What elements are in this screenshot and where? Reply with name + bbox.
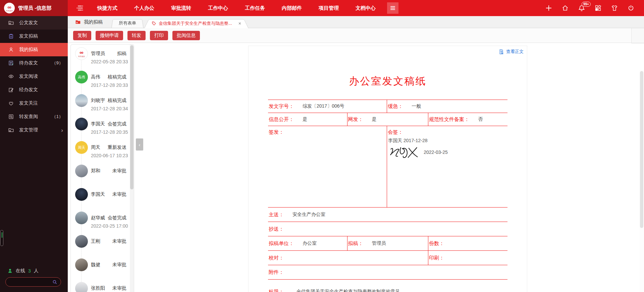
search-doc-icon bbox=[8, 114, 14, 120]
timeline-item[interactable]: 魏健未审批 bbox=[71, 256, 134, 279]
sidebar-item-dispatch-follow[interactable]: 发文关注 bbox=[0, 97, 68, 110]
draft-unit-value: 办公室 bbox=[303, 240, 317, 246]
row-doc-number: 发文字号： 综发〔2017〕006号 缓急： 一般 bbox=[268, 100, 507, 113]
timeline-item[interactable]: 李国天未审批 bbox=[71, 185, 134, 209]
notifications-bell-icon[interactable]: 99+ bbox=[578, 4, 585, 12]
more-menus-button[interactable] bbox=[387, 2, 398, 14]
home-icon[interactable] bbox=[561, 4, 569, 12]
theme-shirt-icon[interactable] bbox=[611, 4, 618, 12]
field-label: 标题： bbox=[269, 289, 284, 292]
timeline-item[interactable]: 周天 周天重新发送 2020-06-17 10:23 bbox=[71, 138, 134, 162]
sidebar-item-label: 发文关注 bbox=[19, 100, 38, 106]
sidebar-item-label: 我的拟稿 bbox=[19, 47, 38, 53]
field-label: 拟稿单位： bbox=[269, 240, 294, 247]
tab-current-document[interactable]: 金信集团关于安全生产检查与隐患整... × bbox=[144, 18, 249, 28]
step-status: 未审批 bbox=[112, 262, 126, 268]
avatar: 高伟 bbox=[75, 71, 88, 83]
user-icon bbox=[8, 47, 14, 53]
main-panel: ∞ 华天动力 管理员拟稿 2022-05-28 20:33 高伟 高伟核稿完成 … bbox=[68, 43, 644, 292]
sidebar-item-draft-dispatch[interactable]: 发文拟稿 bbox=[0, 30, 68, 43]
avatar-photo bbox=[75, 212, 88, 224]
timeline-item[interactable]: ∞ 华天动力 管理员拟稿 2022-05-28 20:33 bbox=[71, 45, 134, 68]
timeline-scroll-thumb[interactable] bbox=[130, 45, 133, 189]
step-timestamp: 2017-12-28 20:35 bbox=[91, 129, 126, 135]
red-folder-icon bbox=[75, 19, 81, 25]
nav-work-tasks[interactable]: 工作任务 bbox=[245, 5, 265, 11]
page-scrollbar[interactable] bbox=[639, 70, 644, 292]
close-tab-icon[interactable]: × bbox=[238, 21, 241, 26]
logout-power-icon[interactable] bbox=[627, 4, 635, 12]
brand: ∞ 华天动力 管理员 -信息部 bbox=[0, 0, 68, 16]
timeline-item[interactable]: 张胜阳未审批 bbox=[71, 279, 134, 292]
document-subject-value: 金信集团关于安全生产检查与隐患整改制度的意见 bbox=[297, 289, 400, 292]
sidebar-item-label: 转发查阅 bbox=[19, 114, 38, 120]
document-form: 发文字号： 综发〔2017〕006号 缓急： 一般 信息公开： 是 网发： bbox=[268, 100, 507, 292]
step-timestamp: 2020-06-17 10:23 bbox=[91, 153, 126, 158]
topbar-actions: 99+ bbox=[545, 4, 644, 12]
sidebar-item-my-drafts[interactable]: 我的拟稿 bbox=[0, 43, 68, 56]
heart-icon bbox=[8, 100, 14, 106]
withdraw-request-button[interactable]: 撤销申请 bbox=[96, 31, 123, 40]
copy-button[interactable]: 复制 bbox=[73, 31, 91, 40]
field-label: 校对： bbox=[269, 255, 284, 261]
person-name: 刘晓宇 bbox=[91, 98, 105, 104]
person-name: 赵华威 bbox=[91, 215, 105, 221]
page-scroll-thumb[interactable] bbox=[640, 71, 643, 228]
drafter-value: 管理员 bbox=[372, 240, 386, 246]
nav-internal-mail[interactable]: 内部邮件 bbox=[282, 5, 302, 11]
field-label: 缓急： bbox=[388, 103, 403, 110]
sidebar-search bbox=[5, 277, 61, 287]
nav-shortcuts[interactable]: 快捷方式 bbox=[97, 5, 117, 11]
collapsed-panel-handle[interactable] bbox=[0, 230, 3, 246]
step-status: 拟稿 bbox=[117, 51, 126, 57]
view-doc-icon bbox=[498, 49, 504, 55]
logo-infinity-glyph: ∞ bbox=[7, 5, 11, 10]
sidebar-item-forward-review[interactable]: 转发查阅 （1） bbox=[0, 110, 68, 123]
timeline-item[interactable]: 赵华威会签完成 2022-03-25 17:00 bbox=[71, 209, 134, 232]
tab-all-forms[interactable]: 所有表单 bbox=[111, 18, 144, 28]
nav-document-center[interactable]: 文档中心 bbox=[356, 5, 376, 11]
tab-label: 所有表单 bbox=[119, 20, 136, 26]
step-status: 重新发送 bbox=[108, 144, 126, 151]
print-button[interactable]: 打印 bbox=[150, 31, 168, 40]
online-users[interactable]: 在线 3 人 bbox=[7, 268, 39, 274]
new-item-icon[interactable] bbox=[545, 4, 552, 12]
online-suffix: 人 bbox=[34, 268, 39, 274]
timeline-item[interactable]: 李国天会签完成 2017-12-28 20:35 bbox=[71, 115, 134, 138]
notification-badge: 99+ bbox=[582, 2, 591, 7]
row-title: 标题： 金信集团关于安全生产检查与隐患整改制度的意见 bbox=[268, 285, 507, 292]
sidebar-item-dispatch-reading[interactable]: 发文阅读 bbox=[0, 70, 68, 83]
nav-project-management[interactable]: 项目管理 bbox=[319, 5, 339, 11]
review-info-button[interactable]: 批阅信息 bbox=[172, 31, 200, 40]
row-main-to: 主送： 安全生产办公室 bbox=[268, 207, 507, 222]
person-name: 周天 bbox=[91, 144, 100, 151]
timeline-scrollbar[interactable] bbox=[130, 45, 134, 292]
timeline-item[interactable]: 高伟 高伟核稿完成 2017-12-28 20:33 bbox=[71, 68, 134, 92]
menu-lines-icon[interactable] bbox=[76, 4, 84, 12]
field-label: 附件： bbox=[269, 269, 284, 276]
timeline-item[interactable]: 郑和未审批 bbox=[71, 162, 134, 185]
search-icon[interactable] bbox=[52, 280, 61, 285]
collapse-panel-handle[interactable]: ‹ bbox=[136, 138, 143, 151]
person-name: 李国天 bbox=[91, 121, 105, 127]
person-name: 王刚 bbox=[91, 238, 100, 244]
logo-company-text: 华天动力 bbox=[6, 10, 13, 12]
step-timestamp: 2017-12-28 20:33 bbox=[91, 82, 126, 88]
signature-date: 2022-03-25 bbox=[424, 150, 448, 155]
timeline-item[interactable]: 王刚未审批 bbox=[71, 232, 134, 256]
field-label: 网发： bbox=[348, 116, 363, 123]
field-label: 会签： bbox=[388, 129, 403, 135]
nav-approval-flow[interactable]: 审批流转 bbox=[171, 5, 191, 11]
sidebar-item-official-dispatch[interactable]: 公文发文 bbox=[0, 16, 68, 30]
apps-grid-icon[interactable] bbox=[594, 4, 602, 12]
sidebar-item-handled-dispatch[interactable]: 经办发文 bbox=[0, 83, 68, 97]
sidebar-item-dispatch-management[interactable]: 发文管理 › bbox=[0, 123, 68, 137]
sidebar-search-input[interactable] bbox=[6, 280, 52, 285]
forward-button[interactable]: 转发 bbox=[127, 31, 146, 40]
timeline-item[interactable]: 刘晓宇核稿完成 2017-12-28 20:34 bbox=[71, 92, 134, 115]
pending-count-badge: （9） bbox=[52, 60, 63, 66]
view-body-link[interactable]: 查看正文 bbox=[498, 49, 524, 55]
sidebar-item-pending-dispatch[interactable]: 待办发文 （9） bbox=[0, 56, 68, 70]
nav-work-center[interactable]: 工作中心 bbox=[208, 5, 228, 11]
nav-personal-office[interactable]: 个人办公 bbox=[134, 5, 154, 11]
